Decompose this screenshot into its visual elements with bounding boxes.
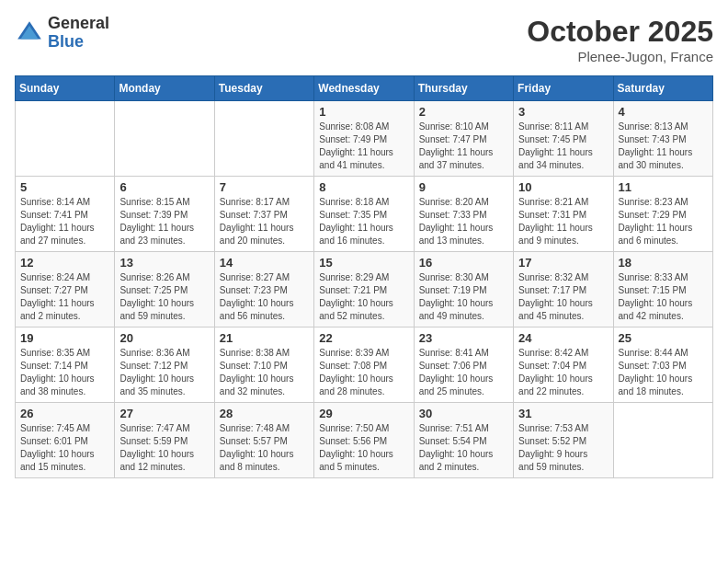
page-header: General Blue October 2025 Plenee-Jugon, …	[15, 15, 713, 64]
day-number: 19	[20, 331, 109, 345]
calendar-table: SundayMondayTuesdayWednesdayThursdayFrid…	[15, 75, 713, 478]
day-of-week-header: Tuesday	[214, 76, 313, 101]
day-number: 10	[518, 180, 608, 194]
day-info: Sunrise: 7:45 AM Sunset: 6:01 PM Dayligh…	[20, 422, 109, 474]
calendar-cell: 23Sunrise: 8:41 AM Sunset: 7:06 PM Dayli…	[414, 327, 513, 403]
day-number: 22	[319, 331, 408, 345]
day-number: 25	[619, 331, 708, 345]
day-number: 26	[20, 407, 109, 420]
calendar-cell: 22Sunrise: 8:39 AM Sunset: 7:08 PM Dayli…	[314, 327, 414, 403]
day-info: Sunrise: 8:11 AM Sunset: 7:45 PM Dayligh…	[518, 121, 608, 172]
calendar-cell: 19Sunrise: 8:35 AM Sunset: 7:14 PM Dayli…	[16, 327, 115, 403]
calendar-cell: 29Sunrise: 7:50 AM Sunset: 5:56 PM Dayli…	[314, 403, 414, 478]
calendar-cell	[115, 101, 214, 177]
day-number: 3	[518, 105, 608, 119]
day-info: Sunrise: 8:27 AM Sunset: 7:23 PM Dayligh…	[220, 271, 309, 323]
calendar-cell: 12Sunrise: 8:24 AM Sunset: 7:27 PM Dayli…	[16, 252, 115, 327]
calendar-cell	[214, 101, 313, 177]
day-number: 6	[119, 180, 209, 194]
calendar-cell: 31Sunrise: 7:53 AM Sunset: 5:52 PM Dayli…	[514, 403, 613, 478]
day-info: Sunrise: 8:38 AM Sunset: 7:10 PM Dayligh…	[220, 347, 309, 398]
day-info: Sunrise: 8:08 AM Sunset: 7:49 PM Dayligh…	[319, 121, 408, 172]
day-info: Sunrise: 8:13 AM Sunset: 7:43 PM Dayligh…	[619, 121, 708, 172]
day-info: Sunrise: 8:42 AM Sunset: 7:04 PM Dayligh…	[518, 347, 608, 398]
logo-general: General	[48, 15, 109, 33]
calendar-cell: 11Sunrise: 8:23 AM Sunset: 7:29 PM Dayli…	[613, 177, 712, 252]
day-number: 15	[319, 256, 408, 270]
calendar-cell: 2Sunrise: 8:10 AM Sunset: 7:47 PM Daylig…	[414, 101, 513, 177]
day-number: 14	[220, 256, 309, 270]
calendar-cell: 5Sunrise: 8:14 AM Sunset: 7:41 PM Daylig…	[16, 177, 115, 252]
calendar-cell	[16, 101, 115, 177]
day-of-week-header: Saturday	[613, 76, 712, 101]
day-info: Sunrise: 8:33 AM Sunset: 7:15 PM Dayligh…	[619, 271, 708, 323]
day-of-week-header: Sunday	[16, 76, 115, 101]
logo: General Blue	[15, 15, 109, 52]
day-number: 4	[619, 105, 708, 119]
day-info: Sunrise: 8:41 AM Sunset: 7:06 PM Dayligh…	[419, 347, 508, 398]
calendar-cell: 15Sunrise: 8:29 AM Sunset: 7:21 PM Dayli…	[314, 252, 414, 327]
calendar-cell: 24Sunrise: 8:42 AM Sunset: 7:04 PM Dayli…	[514, 327, 613, 403]
day-info: Sunrise: 7:51 AM Sunset: 5:54 PM Dayligh…	[419, 422, 508, 474]
day-info: Sunrise: 8:35 AM Sunset: 7:14 PM Dayligh…	[20, 347, 109, 398]
calendar-cell: 27Sunrise: 7:47 AM Sunset: 5:59 PM Dayli…	[115, 403, 214, 478]
calendar-header-row: SundayMondayTuesdayWednesdayThursdayFrid…	[16, 76, 713, 101]
month-title: October 2025	[527, 15, 713, 49]
day-info: Sunrise: 8:15 AM Sunset: 7:39 PM Dayligh…	[119, 196, 209, 247]
calendar-week-row: 19Sunrise: 8:35 AM Sunset: 7:14 PM Dayli…	[16, 327, 713, 403]
calendar-cell: 25Sunrise: 8:44 AM Sunset: 7:03 PM Dayli…	[613, 327, 712, 403]
day-info: Sunrise: 8:36 AM Sunset: 7:12 PM Dayligh…	[119, 347, 209, 398]
logo-icon	[15, 18, 44, 48]
calendar-cell: 16Sunrise: 8:30 AM Sunset: 7:19 PM Dayli…	[414, 252, 513, 327]
day-number: 7	[220, 180, 309, 194]
day-number: 28	[220, 407, 309, 420]
day-info: Sunrise: 8:17 AM Sunset: 7:37 PM Dayligh…	[220, 196, 309, 247]
calendar-cell: 6Sunrise: 8:15 AM Sunset: 7:39 PM Daylig…	[115, 177, 214, 252]
calendar-cell: 1Sunrise: 8:08 AM Sunset: 7:49 PM Daylig…	[314, 101, 414, 177]
day-info: Sunrise: 8:14 AM Sunset: 7:41 PM Dayligh…	[20, 196, 109, 247]
day-number: 18	[619, 256, 708, 270]
calendar-cell: 10Sunrise: 8:21 AM Sunset: 7:31 PM Dayli…	[514, 177, 613, 252]
location: Plenee-Jugon, France	[527, 49, 713, 64]
calendar-week-row: 1Sunrise: 8:08 AM Sunset: 7:49 PM Daylig…	[16, 101, 713, 177]
day-of-week-header: Thursday	[414, 76, 513, 101]
day-number: 16	[419, 256, 508, 270]
day-info: Sunrise: 8:24 AM Sunset: 7:27 PM Dayligh…	[20, 271, 109, 323]
logo-blue: Blue	[48, 33, 109, 52]
day-info: Sunrise: 8:23 AM Sunset: 7:29 PM Dayligh…	[619, 196, 708, 247]
day-number: 29	[319, 407, 408, 420]
calendar-week-row: 5Sunrise: 8:14 AM Sunset: 7:41 PM Daylig…	[16, 177, 713, 252]
day-info: Sunrise: 8:29 AM Sunset: 7:21 PM Dayligh…	[319, 271, 408, 323]
day-number: 12	[20, 256, 109, 270]
calendar-cell: 20Sunrise: 8:36 AM Sunset: 7:12 PM Dayli…	[115, 327, 214, 403]
day-number: 30	[419, 407, 508, 420]
day-info: Sunrise: 8:21 AM Sunset: 7:31 PM Dayligh…	[518, 196, 608, 247]
calendar-week-row: 12Sunrise: 8:24 AM Sunset: 7:27 PM Dayli…	[16, 252, 713, 327]
calendar-cell: 28Sunrise: 7:48 AM Sunset: 5:57 PM Dayli…	[214, 403, 313, 478]
calendar-cell: 4Sunrise: 8:13 AM Sunset: 7:43 PM Daylig…	[613, 101, 712, 177]
day-info: Sunrise: 8:26 AM Sunset: 7:25 PM Dayligh…	[119, 271, 209, 323]
day-number: 31	[518, 407, 608, 420]
day-info: Sunrise: 8:30 AM Sunset: 7:19 PM Dayligh…	[419, 271, 508, 323]
day-of-week-header: Monday	[115, 76, 214, 101]
day-number: 2	[419, 105, 508, 119]
calendar-cell: 13Sunrise: 8:26 AM Sunset: 7:25 PM Dayli…	[115, 252, 214, 327]
calendar-cell: 21Sunrise: 8:38 AM Sunset: 7:10 PM Dayli…	[214, 327, 313, 403]
day-info: Sunrise: 7:47 AM Sunset: 5:59 PM Dayligh…	[119, 422, 209, 474]
day-info: Sunrise: 7:48 AM Sunset: 5:57 PM Dayligh…	[220, 422, 309, 474]
day-info: Sunrise: 7:53 AM Sunset: 5:52 PM Dayligh…	[518, 422, 608, 474]
day-info: Sunrise: 8:32 AM Sunset: 7:17 PM Dayligh…	[518, 271, 608, 323]
day-number: 11	[619, 180, 708, 194]
day-number: 21	[220, 331, 309, 345]
calendar-cell	[613, 403, 712, 478]
day-number: 5	[20, 180, 109, 194]
day-info: Sunrise: 8:39 AM Sunset: 7:08 PM Dayligh…	[319, 347, 408, 398]
calendar-cell: 7Sunrise: 8:17 AM Sunset: 7:37 PM Daylig…	[214, 177, 313, 252]
day-number: 27	[119, 407, 209, 420]
day-info: Sunrise: 8:18 AM Sunset: 7:35 PM Dayligh…	[319, 196, 408, 247]
calendar-cell: 30Sunrise: 7:51 AM Sunset: 5:54 PM Dayli…	[414, 403, 513, 478]
day-number: 9	[419, 180, 508, 194]
day-number: 23	[419, 331, 508, 345]
day-number: 13	[119, 256, 209, 270]
calendar-cell: 18Sunrise: 8:33 AM Sunset: 7:15 PM Dayli…	[613, 252, 712, 327]
